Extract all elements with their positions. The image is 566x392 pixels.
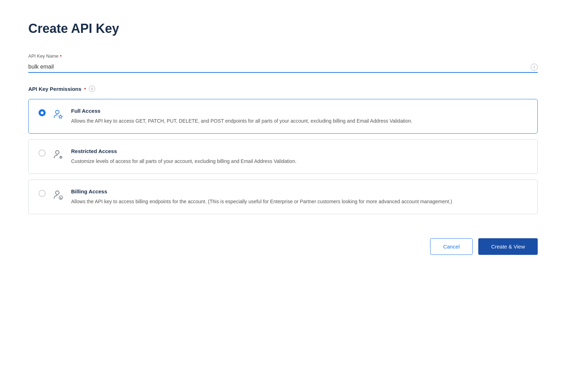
permission-desc-restricted-access: Customize levels of access for all parts… bbox=[71, 158, 527, 165]
api-key-name-field: API Key Name • i bbox=[28, 53, 538, 73]
create-view-button[interactable]: Create & View bbox=[478, 238, 538, 255]
radio-btn-full-access[interactable] bbox=[39, 109, 46, 116]
cancel-button[interactable]: Cancel bbox=[430, 238, 473, 255]
permission-title-billing-access: Billing Access bbox=[71, 188, 527, 194]
svg-text:$: $ bbox=[60, 197, 62, 200]
svg-point-1 bbox=[56, 151, 59, 154]
radio-billing-access[interactable] bbox=[39, 190, 46, 197]
svg-point-2 bbox=[60, 157, 62, 158]
permission-desc-full-access: Allows the API key to access GET, PATCH,… bbox=[71, 117, 527, 125]
radio-full-access[interactable] bbox=[39, 109, 46, 116]
permission-content-restricted-access: Restricted Access Customize levels of ac… bbox=[71, 148, 527, 165]
permission-title-restricted-access: Restricted Access bbox=[71, 148, 527, 154]
permission-cards-container: Full Access Allows the API key to access… bbox=[28, 99, 538, 214]
api-key-name-label: API Key Name • bbox=[28, 53, 538, 59]
api-key-name-info-icon[interactable]: i bbox=[531, 64, 538, 71]
svg-point-0 bbox=[56, 110, 59, 114]
api-key-name-input[interactable] bbox=[28, 62, 538, 73]
user-dollar-icon: $ bbox=[53, 189, 64, 202]
permissions-required-dot: • bbox=[84, 86, 86, 92]
user-star-icon bbox=[53, 109, 64, 121]
permission-card-full-access[interactable]: Full Access Allows the API key to access… bbox=[28, 99, 538, 134]
radio-btn-restricted-access[interactable] bbox=[39, 150, 46, 157]
svg-point-3 bbox=[56, 191, 59, 194]
radio-restricted-access[interactable] bbox=[39, 150, 46, 157]
required-indicator: • bbox=[60, 53, 62, 59]
page-title: Create API Key bbox=[28, 21, 538, 36]
permission-card-restricted-access[interactable]: Restricted Access Customize levels of ac… bbox=[28, 139, 538, 174]
api-key-name-input-wrapper: i bbox=[28, 62, 538, 73]
user-gear-icon bbox=[53, 149, 64, 162]
permission-content-billing-access: Billing Access Allows the API key to acc… bbox=[71, 188, 527, 205]
permission-title-full-access: Full Access bbox=[71, 108, 527, 114]
permissions-info-icon[interactable]: i bbox=[89, 86, 95, 92]
permission-card-billing-access[interactable]: $ Billing Access Allows the API key to a… bbox=[28, 180, 538, 214]
permission-content-full-access: Full Access Allows the API key to access… bbox=[71, 108, 527, 125]
radio-btn-billing-access[interactable] bbox=[39, 190, 46, 197]
permission-desc-billing-access: Allows the API key to access billing end… bbox=[71, 198, 527, 205]
footer-actions: Cancel Create & View bbox=[28, 231, 538, 255]
permissions-section-label: API Key Permissions • i bbox=[28, 86, 538, 92]
